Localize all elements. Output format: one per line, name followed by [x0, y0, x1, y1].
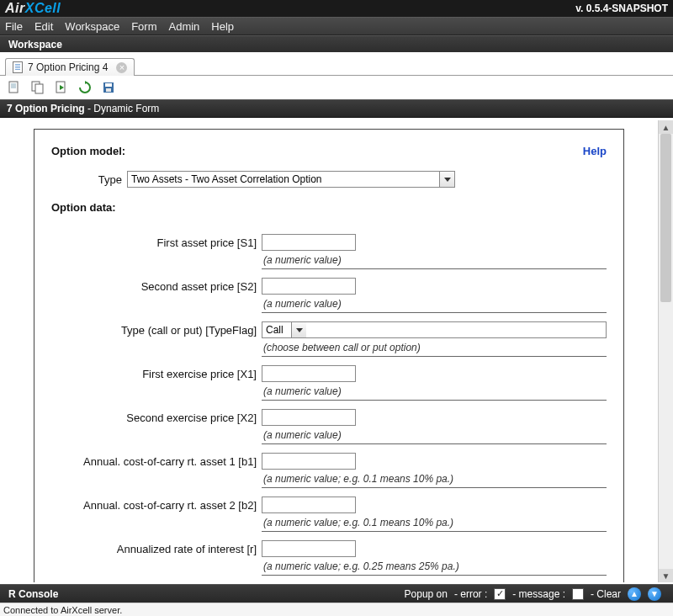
field-select[interactable]: [262, 321, 607, 338]
svg-rect-5: [35, 84, 43, 93]
field-label: First asset price [S1]: [82, 234, 262, 249]
menu-workspace[interactable]: Workspace: [65, 20, 119, 33]
field-input[interactable]: [262, 365, 356, 382]
error-label: - error :: [454, 588, 487, 600]
field-label: First exercise price [X1]: [82, 365, 262, 380]
type-select[interactable]: [127, 171, 455, 188]
field-input[interactable]: [262, 497, 356, 513]
field-row: Annualized rate of interest [r](a numeri…: [82, 540, 607, 576]
form-banner-title: 7 Option Pricing: [7, 103, 85, 114]
popup-prefix: Popup on: [405, 588, 448, 600]
scroll-up-icon[interactable]: ▲: [659, 120, 673, 134]
field-body: (a numeric value; e.g. 0.1 means 10% pa.…: [262, 497, 607, 532]
menu-help[interactable]: Help: [211, 20, 234, 33]
content-area: Option model: Help Type Option data: Fir…: [0, 120, 658, 582]
logo-air: Air: [5, 1, 25, 15]
tab-title: 7 Option Pricing 4: [28, 61, 108, 73]
scroll-down-icon[interactable]: ▼: [659, 569, 673, 582]
logo-cell: Cell: [34, 1, 61, 15]
clear-label: - Clear: [591, 588, 621, 600]
field-body: (choose between call or put option): [262, 321, 607, 357]
field-row: Annual. cost-of-carry rt. asset 2 [b2](a…: [82, 497, 607, 532]
message-checkbox[interactable]: [572, 588, 584, 600]
fields-container: First asset price [S1](a numeric value)S…: [51, 234, 607, 582]
field-hint: (a numeric value; e.g. 0.1 means 10% pa.…: [262, 473, 607, 488]
vertical-scrollbar[interactable]: ▲ ▼: [658, 120, 673, 582]
logo-x: X: [25, 1, 34, 15]
app-logo: AirXCell: [5, 1, 61, 16]
chevron-down-icon[interactable]: [291, 322, 306, 337]
scroll-down-button[interactable]: ▼: [648, 587, 661, 601]
scroll-up-button[interactable]: ▲: [628, 587, 641, 601]
app-version: v. 0.5.4-SNAPSHOT: [575, 3, 668, 14]
form-toolbar: [0, 76, 673, 99]
field-body: (a numeric value): [262, 409, 607, 444]
chevron-down-icon[interactable]: [439, 172, 454, 187]
field-label: Annual. cost-of-carry rt. asset 2 [b2]: [82, 497, 262, 512]
field-select-value[interactable]: [262, 322, 291, 337]
menu-form[interactable]: Form: [131, 20, 156, 33]
field-label: Second asset price [S2]: [82, 278, 262, 293]
field-body: (a numeric value; e.g. 0.25 means 25% pa…: [262, 540, 607, 576]
field-hint: (a numeric value): [262, 385, 607, 401]
console-bar: R Console Popup on - error : ✓ - message…: [0, 584, 673, 603]
form-banner-subtitle: - Dynamic Form: [85, 103, 160, 114]
field-hint: (a numeric value; e.g. 0.25 means 25% pa…: [262, 560, 607, 576]
field-row: First asset price [S1](a numeric value): [82, 234, 607, 269]
form-banner: 7 Option Pricing - Dynamic Form: [0, 99, 673, 118]
field-body: (a numeric value; e.g. 0.1 means 10% pa.…: [262, 453, 607, 488]
status-bar: Connected to AirXcell server.: [0, 603, 673, 616]
field-input[interactable]: [262, 278, 356, 295]
type-row: Type: [85, 171, 607, 188]
menu-file[interactable]: File: [5, 20, 23, 33]
document-icon: [13, 61, 23, 73]
brand-bar: AirXCell v. 0.5.4-SNAPSHOT: [0, 0, 673, 17]
field-input[interactable]: [262, 540, 356, 557]
content-scroll-wrap: Option model: Help Type Option data: Fir…: [0, 120, 673, 582]
field-hint: (choose between call or put option): [262, 342, 607, 357]
menubar: File Edit Workspace Form Admin Help: [0, 17, 673, 35]
type-label: Type: [85, 173, 122, 186]
console-controls: Popup on - error : ✓ - message : - Clear…: [401, 587, 665, 601]
field-row: First exercise price [X1](a numeric valu…: [82, 365, 607, 401]
field-hint: (a numeric value): [262, 298, 607, 313]
console-title[interactable]: R Console: [8, 588, 58, 600]
menu-admin[interactable]: Admin: [169, 20, 200, 33]
svg-rect-10: [105, 83, 112, 87]
field-hint: (a numeric value): [262, 429, 607, 444]
field-label: Type (call or put) [TypeFlag]: [82, 321, 262, 337]
field-row: Second exercise price [X2](a numeric val…: [82, 409, 607, 444]
field-row: Type (call or put) [TypeFlag](choose bet…: [82, 321, 607, 357]
help-link[interactable]: Help: [583, 145, 607, 157]
tab-close-icon[interactable]: ×: [116, 62, 127, 73]
field-body: (a numeric value): [262, 365, 607, 401]
menu-edit[interactable]: Edit: [34, 20, 53, 33]
field-body: (a numeric value): [262, 278, 607, 313]
field-input[interactable]: [262, 409, 356, 426]
field-input[interactable]: [262, 234, 356, 251]
field-row: Second asset price [S2](a numeric value): [82, 278, 607, 313]
field-label: Annualized rate of interest [r]: [82, 540, 262, 555]
toolbar-save-icon[interactable]: [101, 80, 116, 95]
field-label: Annual. cost-of-carry rt. asset 1 [b1]: [82, 453, 262, 468]
tab-active[interactable]: 7 Option Pricing 4 ×: [5, 58, 135, 76]
option-data-title: Option data:: [51, 201, 607, 214]
toolbar-refresh-icon[interactable]: [77, 80, 93, 95]
field-body: (a numeric value): [262, 234, 607, 269]
workspace-title: Workspace: [0, 35, 673, 52]
type-select-value[interactable]: [128, 172, 439, 187]
form-panel: Option model: Help Type Option data: Fir…: [34, 129, 624, 582]
scroll-thumb[interactable]: [660, 134, 671, 302]
field-hint: (a numeric value): [262, 254, 607, 269]
toolbar-new-icon[interactable]: [7, 80, 22, 95]
field-label: Second exercise price [X2]: [82, 409, 262, 424]
field-input[interactable]: [262, 453, 356, 470]
toolbar-execute-icon[interactable]: [54, 80, 69, 95]
toolbar-copy-icon[interactable]: [30, 80, 45, 95]
svg-rect-11: [106, 88, 111, 92]
error-checkbox[interactable]: ✓: [494, 588, 506, 600]
tab-strip: 7 Option Pricing 4 ×: [0, 52, 673, 76]
message-label: - message :: [512, 588, 565, 600]
field-hint: (a numeric value; e.g. 0.1 means 10% pa.…: [262, 517, 607, 532]
option-model-title: Option model:: [51, 145, 607, 157]
